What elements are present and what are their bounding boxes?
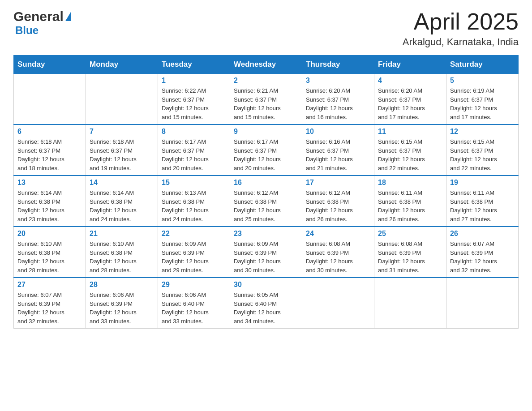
calendar-cell: 17Sunrise: 6:12 AM Sunset: 6:38 PM Dayli… [302, 176, 374, 227]
day-info: Sunrise: 6:08 AM Sunset: 6:39 PM Dayligh… [378, 240, 442, 274]
day-number: 9 [234, 128, 298, 136]
weekday-header-sunday: Sunday [14, 56, 86, 74]
calendar-cell: 10Sunrise: 6:16 AM Sunset: 6:37 PM Dayli… [302, 124, 374, 176]
calendar-week-1: 1Sunrise: 6:22 AM Sunset: 6:37 PM Daylig… [14, 74, 519, 125]
day-info: Sunrise: 6:17 AM Sunset: 6:37 PM Dayligh… [234, 137, 298, 172]
day-info: Sunrise: 6:07 AM Sunset: 6:39 PM Dayligh… [450, 240, 515, 274]
day-info: Sunrise: 6:20 AM Sunset: 6:37 PM Dayligh… [306, 86, 370, 121]
day-number: 17 [306, 179, 370, 187]
day-info: Sunrise: 6:15 AM Sunset: 6:37 PM Dayligh… [450, 137, 515, 172]
calendar-cell [374, 278, 446, 329]
day-info: Sunrise: 6:12 AM Sunset: 6:38 PM Dayligh… [234, 188, 298, 223]
day-info: Sunrise: 6:11 AM Sunset: 6:38 PM Dayligh… [378, 188, 442, 223]
day-number: 13 [17, 179, 82, 187]
calendar-body: 1Sunrise: 6:22 AM Sunset: 6:37 PM Daylig… [14, 74, 519, 329]
day-number: 2 [234, 77, 298, 85]
calendar-cell: 13Sunrise: 6:14 AM Sunset: 6:38 PM Dayli… [14, 176, 86, 227]
calendar-cell: 2Sunrise: 6:21 AM Sunset: 6:37 PM Daylig… [230, 74, 302, 125]
day-number: 14 [90, 179, 154, 187]
day-info: Sunrise: 6:10 AM Sunset: 6:38 PM Dayligh… [17, 240, 82, 274]
day-info: Sunrise: 6:17 AM Sunset: 6:37 PM Dayligh… [162, 137, 226, 172]
calendar-cell: 25Sunrise: 6:08 AM Sunset: 6:39 PM Dayli… [374, 227, 446, 278]
day-info: Sunrise: 6:15 AM Sunset: 6:37 PM Dayligh… [378, 137, 442, 172]
day-number: 24 [306, 230, 370, 238]
day-number: 25 [378, 230, 442, 238]
day-number: 6 [17, 128, 82, 136]
weekday-header-thursday: Thursday [302, 56, 374, 74]
day-number: 8 [162, 128, 226, 136]
day-info: Sunrise: 6:11 AM Sunset: 6:38 PM Dayligh… [450, 188, 515, 223]
day-number: 23 [234, 230, 298, 238]
day-number: 15 [162, 179, 226, 187]
title-area: April 2025 Arkalgud, Karnataka, India [403, 9, 519, 48]
day-number: 4 [378, 77, 442, 85]
calendar-cell: 5Sunrise: 6:19 AM Sunset: 6:37 PM Daylig… [446, 74, 519, 125]
day-number: 7 [90, 128, 154, 136]
logo-blue-text: Blue [15, 24, 39, 36]
day-info: Sunrise: 6:12 AM Sunset: 6:38 PM Dayligh… [306, 188, 370, 223]
day-info: Sunrise: 6:08 AM Sunset: 6:39 PM Dayligh… [306, 240, 370, 274]
calendar-cell: 3Sunrise: 6:20 AM Sunset: 6:37 PM Daylig… [302, 74, 374, 125]
calendar-table: SundayMondayTuesdayWednesdayThursdayFrid… [13, 55, 519, 329]
day-info: Sunrise: 6:18 AM Sunset: 6:37 PM Dayligh… [17, 137, 82, 172]
weekday-header-saturday: Saturday [446, 56, 519, 74]
day-info: Sunrise: 6:19 AM Sunset: 6:37 PM Dayligh… [450, 86, 515, 121]
day-info: Sunrise: 6:22 AM Sunset: 6:37 PM Dayligh… [162, 86, 226, 121]
calendar-cell: 29Sunrise: 6:06 AM Sunset: 6:40 PM Dayli… [158, 278, 230, 329]
calendar-week-4: 20Sunrise: 6:10 AM Sunset: 6:38 PM Dayli… [14, 227, 519, 278]
calendar-week-5: 27Sunrise: 6:07 AM Sunset: 6:39 PM Dayli… [14, 278, 519, 329]
calendar-cell: 9Sunrise: 6:17 AM Sunset: 6:37 PM Daylig… [230, 124, 302, 176]
logo: General Blue [13, 9, 71, 37]
calendar-title: April 2025 [403, 9, 519, 34]
calendar-cell [86, 74, 158, 125]
calendar-cell: 12Sunrise: 6:15 AM Sunset: 6:37 PM Dayli… [446, 124, 519, 176]
calendar-cell: 4Sunrise: 6:20 AM Sunset: 6:37 PM Daylig… [374, 74, 446, 125]
day-number: 11 [378, 128, 442, 136]
day-number: 28 [90, 281, 154, 289]
calendar-cell: 19Sunrise: 6:11 AM Sunset: 6:38 PM Dayli… [446, 176, 519, 227]
day-number: 21 [90, 230, 154, 238]
day-info: Sunrise: 6:09 AM Sunset: 6:39 PM Dayligh… [234, 240, 298, 274]
day-number: 18 [378, 179, 442, 187]
calendar-cell: 23Sunrise: 6:09 AM Sunset: 6:39 PM Dayli… [230, 227, 302, 278]
day-number: 29 [162, 281, 226, 289]
logo-triangle-icon [65, 12, 71, 21]
day-number: 5 [450, 77, 515, 85]
day-number: 19 [450, 179, 515, 187]
day-info: Sunrise: 6:16 AM Sunset: 6:37 PM Dayligh… [306, 137, 370, 172]
day-number: 12 [450, 128, 515, 136]
calendar-cell: 16Sunrise: 6:12 AM Sunset: 6:38 PM Dayli… [230, 176, 302, 227]
day-info: Sunrise: 6:09 AM Sunset: 6:39 PM Dayligh… [162, 240, 226, 274]
calendar-cell [302, 278, 374, 329]
weekday-header-row: SundayMondayTuesdayWednesdayThursdayFrid… [14, 56, 519, 74]
weekday-header-tuesday: Tuesday [158, 56, 230, 74]
calendar-cell: 28Sunrise: 6:06 AM Sunset: 6:39 PM Dayli… [86, 278, 158, 329]
weekday-header-monday: Monday [86, 56, 158, 74]
day-info: Sunrise: 6:05 AM Sunset: 6:40 PM Dayligh… [234, 291, 298, 325]
logo-general-text: General [13, 9, 64, 24]
calendar-cell: 15Sunrise: 6:13 AM Sunset: 6:38 PM Dayli… [158, 176, 230, 227]
calendar-cell: 18Sunrise: 6:11 AM Sunset: 6:38 PM Dayli… [374, 176, 446, 227]
day-info: Sunrise: 6:06 AM Sunset: 6:39 PM Dayligh… [90, 291, 154, 325]
calendar-cell: 26Sunrise: 6:07 AM Sunset: 6:39 PM Dayli… [446, 227, 519, 278]
day-number: 26 [450, 230, 515, 238]
calendar-week-3: 13Sunrise: 6:14 AM Sunset: 6:38 PM Dayli… [14, 176, 519, 227]
calendar-cell: 22Sunrise: 6:09 AM Sunset: 6:39 PM Dayli… [158, 227, 230, 278]
calendar-cell: 14Sunrise: 6:14 AM Sunset: 6:38 PM Dayli… [86, 176, 158, 227]
day-info: Sunrise: 6:14 AM Sunset: 6:38 PM Dayligh… [90, 188, 154, 223]
calendar-header: SundayMondayTuesdayWednesdayThursdayFrid… [14, 56, 519, 74]
calendar-cell: 8Sunrise: 6:17 AM Sunset: 6:37 PM Daylig… [158, 124, 230, 176]
calendar-cell: 1Sunrise: 6:22 AM Sunset: 6:37 PM Daylig… [158, 74, 230, 125]
weekday-header-friday: Friday [374, 56, 446, 74]
day-number: 16 [234, 179, 298, 187]
day-info: Sunrise: 6:13 AM Sunset: 6:38 PM Dayligh… [162, 188, 226, 223]
calendar-cell: 6Sunrise: 6:18 AM Sunset: 6:37 PM Daylig… [14, 124, 86, 176]
day-number: 20 [17, 230, 82, 238]
header: General Blue April 2025 Arkalgud, Karnat… [13, 9, 519, 48]
calendar-cell: 7Sunrise: 6:18 AM Sunset: 6:37 PM Daylig… [86, 124, 158, 176]
day-info: Sunrise: 6:18 AM Sunset: 6:37 PM Dayligh… [90, 137, 154, 172]
day-info: Sunrise: 6:06 AM Sunset: 6:40 PM Dayligh… [162, 291, 226, 325]
calendar-cell [14, 74, 86, 125]
calendar-cell: 21Sunrise: 6:10 AM Sunset: 6:38 PM Dayli… [86, 227, 158, 278]
day-number: 3 [306, 77, 370, 85]
